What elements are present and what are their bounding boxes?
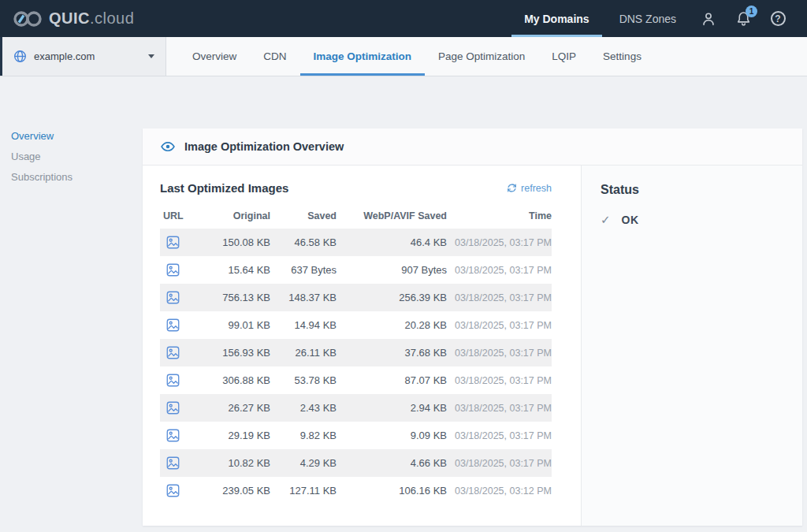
sidebar-item-subscriptions[interactable]: Subscriptions <box>11 171 73 183</box>
column-header-original: Original <box>198 210 270 221</box>
page-content: Overview Usage Subscriptions Image Optim… <box>0 76 807 532</box>
infinity-logo-icon <box>13 9 43 28</box>
column-header-saved: Saved <box>270 210 337 221</box>
cell-url <box>160 374 198 387</box>
cell-url <box>160 236 198 249</box>
cell-webp-avif-saved: 256.39 KB <box>337 292 447 303</box>
cell-saved: 637 Bytes <box>270 264 337 276</box>
cell-original: 156.93 KB <box>198 347 270 359</box>
cell-saved: 127.11 KB <box>270 485 337 497</box>
cell-url <box>160 346 198 359</box>
cell-webp-avif-saved: 37.68 KB <box>337 347 447 359</box>
cell-original: 239.05 KB <box>198 485 270 497</box>
table-row: 756.13 KB148.37 KB256.39 KB03/18/2025, 0… <box>160 284 552 311</box>
cell-time: 03/18/2025, 03:17 PM <box>447 320 552 331</box>
cell-url <box>160 484 198 497</box>
cell-webp-avif-saved: 907 Bytes <box>337 264 447 276</box>
image-icon[interactable] <box>166 236 180 249</box>
cell-saved: 2.43 KB <box>270 402 337 414</box>
column-header-time: Time <box>447 210 552 221</box>
refresh-button[interactable]: refresh <box>507 183 552 194</box>
brand-name: QUIC.cloud <box>49 9 134 28</box>
cell-url <box>160 401 198 415</box>
cell-saved: 26.11 KB <box>270 347 337 359</box>
table-row: 306.88 KB53.78 KB87.07 KB03/18/2025, 03:… <box>160 366 552 394</box>
status-title: Status <box>601 183 783 197</box>
cell-webp-avif-saved: 106.16 KB <box>337 485 447 497</box>
cell-url <box>160 318 198 332</box>
selected-domain: example.com <box>34 50 141 62</box>
image-icon[interactable] <box>166 456 180 470</box>
image-icon[interactable] <box>166 484 180 497</box>
table-row: 150.08 KB46.58 KB46.4 KB03/18/2025, 03:1… <box>160 229 552 256</box>
cell-original: 306.88 KB <box>198 374 270 386</box>
image-icon[interactable] <box>166 263 180 277</box>
card-body: Last Optimized Images refresh <box>143 166 802 526</box>
table-row: 99.01 KB14.94 KB20.28 KB03/18/2025, 03:1… <box>160 311 552 339</box>
table-row: 239.05 KB127.11 KB106.16 KB03/18/2025, 0… <box>160 477 552 504</box>
table-row: 29.19 KB9.82 KB9.09 KB03/18/2025, 03:17 … <box>160 422 552 449</box>
domain-selector[interactable]: example.com <box>0 37 166 76</box>
cell-saved: 53.78 KB <box>270 374 337 386</box>
chevron-down-icon <box>148 54 154 58</box>
last-optimized-images-section: Last Optimized Images refresh <box>143 166 581 526</box>
help-icon[interactable]: ? <box>763 0 793 37</box>
image-optimization-card: Image Optimization Overview Last Optimiz… <box>143 128 802 526</box>
image-icon[interactable] <box>166 346 180 359</box>
column-header-webp-avif-saved: WebP/AVIF Saved <box>337 210 447 221</box>
tab-page-optimization[interactable]: Page Optimization <box>425 37 538 76</box>
notification-badge: 1 <box>746 6 757 17</box>
image-icon[interactable] <box>166 318 180 332</box>
cell-webp-avif-saved: 20.28 KB <box>337 319 447 331</box>
page-title: Image Optimization Overview <box>184 140 344 153</box>
image-icon[interactable] <box>166 374 180 387</box>
tab-image-optimization[interactable]: Image Optimization <box>300 37 426 76</box>
cell-original: 29.19 KB <box>198 430 270 441</box>
refresh-icon <box>507 183 517 193</box>
cell-time: 03/18/2025, 03:12 PM <box>447 485 552 497</box>
tab-settings[interactable]: Settings <box>589 37 655 76</box>
cell-saved: 46.58 KB <box>270 236 337 248</box>
tab-overview[interactable]: Overview <box>179 37 250 76</box>
image-icon[interactable] <box>166 429 180 442</box>
cell-time: 03/18/2025, 03:17 PM <box>447 237 552 248</box>
sidebar-item-usage[interactable]: Usage <box>11 151 73 162</box>
cell-saved: 148.37 KB <box>270 292 337 303</box>
cell-saved: 14.94 KB <box>270 319 337 331</box>
image-icon[interactable] <box>166 401 180 415</box>
globe-icon <box>13 50 27 63</box>
brand-logo[interactable]: QUIC.cloud <box>13 0 134 37</box>
nav-item-dns-zones[interactable]: DNS Zones <box>607 0 689 37</box>
cell-original: 99.01 KB <box>198 319 270 331</box>
nav-item-my-domains[interactable]: My Domains <box>511 0 601 37</box>
sidebar-item-overview[interactable]: Overview <box>11 130 73 142</box>
cell-url <box>160 291 198 304</box>
user-icon[interactable] <box>694 0 723 37</box>
card-header: Image Optimization Overview <box>143 128 802 166</box>
table-row: 15.64 KB637 Bytes907 Bytes03/18/2025, 03… <box>160 256 552 284</box>
cell-time: 03/18/2025, 03:17 PM <box>447 403 552 414</box>
tab-cdn[interactable]: CDN <box>250 37 299 76</box>
sidebar: Overview Usage Subscriptions <box>11 130 73 183</box>
column-header-url: URL <box>160 210 198 221</box>
top-navbar: QUIC.cloud My Domains DNS Zones 1 ? <box>0 0 807 37</box>
table-row: 26.27 KB2.43 KB2.94 KB03/18/2025, 03:17 … <box>160 394 552 422</box>
eye-icon <box>160 139 176 154</box>
image-icon[interactable] <box>166 291 180 304</box>
table-row: 10.82 KB4.29 KB4.66 KB03/18/2025, 03:17 … <box>160 449 552 477</box>
bell-icon[interactable]: 1 <box>728 0 758 37</box>
cell-webp-avif-saved: 46.4 KB <box>337 236 447 248</box>
cell-url <box>160 456 198 470</box>
cell-original: 15.64 KB <box>198 264 270 276</box>
tab-lqip[interactable]: LQIP <box>538 37 589 76</box>
status-row: ✓ OK <box>601 213 783 227</box>
cell-time: 03/18/2025, 03:17 PM <box>447 375 552 386</box>
top-navigation: My Domains DNS Zones 1 ? <box>511 0 793 37</box>
cell-webp-avif-saved: 4.66 KB <box>337 457 447 469</box>
cell-url <box>160 263 198 277</box>
table-title: Last Optimized Images <box>160 181 288 195</box>
cell-original: 756.13 KB <box>198 292 270 303</box>
cell-original: 26.27 KB <box>198 402 270 414</box>
cell-original: 150.08 KB <box>198 236 270 248</box>
section-tabs: Overview CDN Image Optimization Page Opt… <box>166 37 655 76</box>
